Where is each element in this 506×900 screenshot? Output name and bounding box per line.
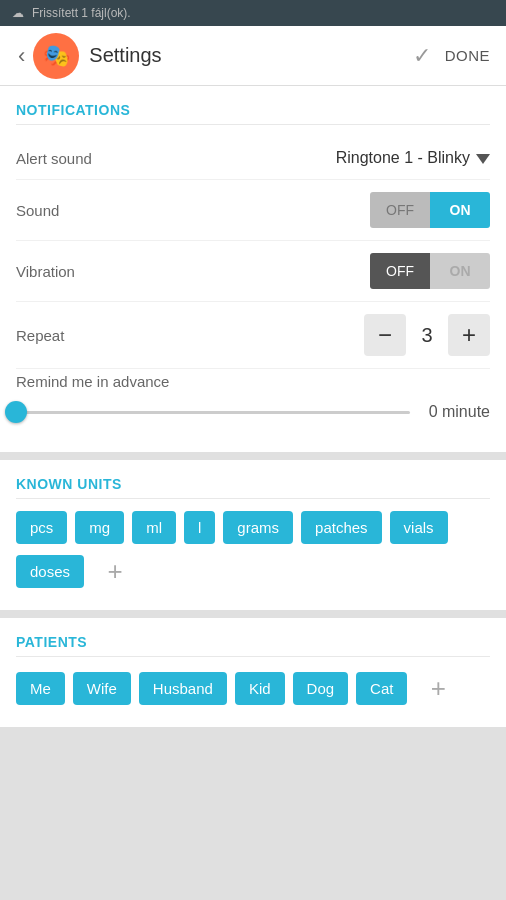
notifications-title: NOTIFICATIONS [16, 102, 490, 125]
repeat-label: Repeat [16, 327, 64, 344]
slider-container [16, 400, 410, 424]
known-unit-tag[interactable]: vials [390, 511, 448, 544]
sound-toggle[interactable]: OFF ON [370, 192, 490, 228]
status-text: Frissített 1 fájl(ok). [32, 6, 131, 20]
sound-on-part[interactable]: ON [430, 192, 490, 228]
alert-sound-row: Alert sound Ringtone 1 - Blinky [16, 137, 490, 180]
add-known-unit-button[interactable]: + [96, 552, 134, 590]
alert-sound-label: Alert sound [16, 150, 92, 167]
alert-sound-dropdown[interactable]: Ringtone 1 - Blinky [336, 149, 490, 167]
slider-track [16, 411, 410, 414]
slider-thumb[interactable] [5, 401, 27, 423]
slider-value-text: 0 minute [420, 403, 490, 421]
done-button[interactable]: DONE [439, 39, 496, 72]
known-unit-tag[interactable]: ml [132, 511, 176, 544]
known-unit-tag[interactable]: l [184, 511, 215, 544]
patients-title: PATIENTS [16, 634, 490, 657]
patient-tag[interactable]: Husband [139, 672, 227, 705]
vibration-toggle[interactable]: OFF ON [370, 253, 490, 289]
avatar: 🎭 [33, 33, 79, 79]
page-title: Settings [89, 44, 404, 67]
slider-row: 0 minute [16, 400, 490, 424]
sound-off-part[interactable]: OFF [370, 192, 430, 228]
toolbar: ‹ 🎭 Settings ✓ DONE [0, 26, 506, 86]
vibration-label: Vibration [16, 263, 75, 280]
known-unit-tag[interactable]: mg [75, 511, 124, 544]
repeat-value: 3 [412, 324, 442, 347]
remind-advance-section: Remind me in advance 0 minute [16, 369, 490, 432]
patients-tags: MeWifeHusbandKidDogCat+ [16, 669, 490, 707]
add-patient-button[interactable]: + [419, 669, 457, 707]
sound-label: Sound [16, 202, 59, 219]
alert-sound-value: Ringtone 1 - Blinky [336, 149, 470, 167]
repeat-minus-button[interactable]: − [364, 314, 406, 356]
patient-tag[interactable]: Cat [356, 672, 407, 705]
patient-tag[interactable]: Wife [73, 672, 131, 705]
repeat-plus-button[interactable]: + [448, 314, 490, 356]
patient-tag[interactable]: Dog [293, 672, 349, 705]
vibration-row: Vibration OFF ON [16, 241, 490, 302]
known-unit-tag[interactable]: doses [16, 555, 84, 588]
status-bar: ☁ Frissített 1 fájl(ok). [0, 0, 506, 26]
known-units-title: KNOWN UNITS [16, 476, 490, 499]
known-unit-tag[interactable]: pcs [16, 511, 67, 544]
vibration-off-part[interactable]: OFF [370, 253, 430, 289]
patient-tag[interactable]: Me [16, 672, 65, 705]
patients-section: PATIENTS MeWifeHusbandKidDogCat+ [0, 618, 506, 727]
sound-row: Sound OFF ON [16, 180, 490, 241]
known-unit-tag[interactable]: grams [223, 511, 293, 544]
known-unit-tag[interactable]: patches [301, 511, 382, 544]
vibration-on-part[interactable]: ON [430, 253, 490, 289]
repeat-row: Repeat − 3 + [16, 302, 490, 369]
patient-tag[interactable]: Kid [235, 672, 285, 705]
dropdown-arrow-icon [476, 154, 490, 164]
notifications-section: NOTIFICATIONS Alert sound Ringtone 1 - B… [0, 86, 506, 452]
known-units-tags: pcsmgmllgramspatchesvialsdoses+ [16, 511, 490, 590]
back-button[interactable]: ‹ [10, 35, 33, 77]
remind-advance-label: Remind me in advance [16, 373, 490, 390]
cloud-icon: ☁ [12, 6, 24, 20]
check-button[interactable]: ✓ [405, 35, 439, 77]
known-units-section: KNOWN UNITS pcsmgmllgramspatchesvialsdos… [0, 460, 506, 610]
repeat-counter: − 3 + [364, 314, 490, 356]
